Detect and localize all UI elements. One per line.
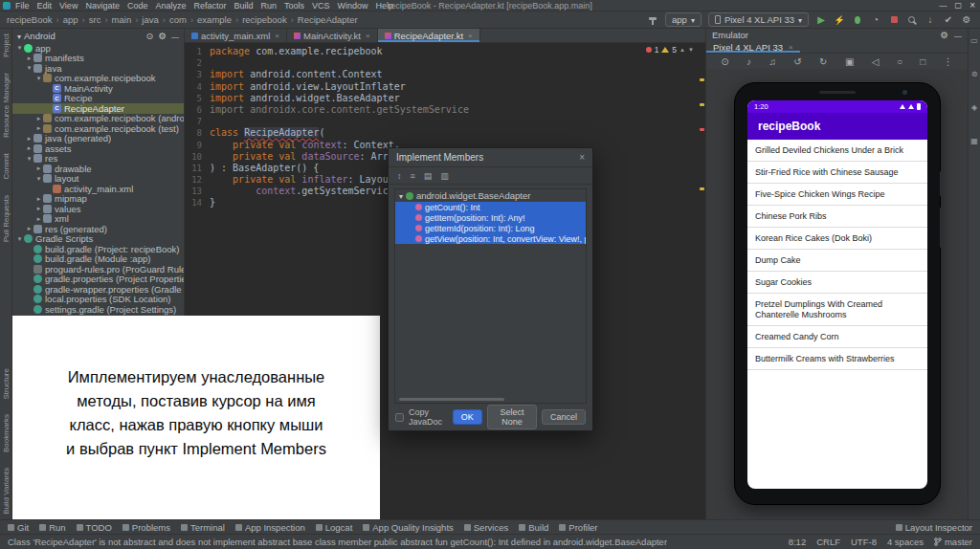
expander-icon[interactable]: ▾: [25, 155, 33, 163]
tree-item[interactable]: ▾app: [12, 43, 184, 54]
copy-javadoc-checkbox[interactable]: [395, 413, 404, 422]
profile-button[interactable]: [870, 14, 881, 26]
recipe-list-item[interactable]: Korean Rice Cakes (Dok Boki): [747, 228, 927, 250]
debug-button[interactable]: [852, 14, 863, 26]
tool-window-stripe-button[interactable]: Resource Manager: [2, 73, 11, 138]
warning-mark[interactable]: [700, 103, 704, 106]
tab-recipeadapter-kt[interactable]: RecipeAdapter.kt: [378, 29, 480, 42]
tree-item[interactable]: RecipeAdapter: [12, 103, 184, 114]
stop-button[interactable]: [888, 14, 900, 26]
tree-item[interactable]: ▾res: [12, 154, 184, 165]
recipe-list-item[interactable]: Pretzel Dumplings With Creamed Chanterel…: [747, 294, 927, 326]
expander-icon[interactable]: ▸: [25, 225, 33, 232]
rotate-left-icon[interactable]: [793, 56, 801, 67]
expander-icon[interactable]: ▸: [25, 144, 33, 152]
tree-item[interactable]: ▾layout: [12, 174, 184, 185]
close-button[interactable]: [969, 0, 975, 11]
code-line[interactable]: 5import android.widget.BaseAdapter: [185, 93, 705, 104]
more-options-icon[interactable]: [944, 56, 953, 67]
device-manager-icon[interactable]: [970, 36, 978, 45]
breadcrumb-item[interactable]: com: [159, 14, 187, 25]
recipe-list-item[interactable]: Dump Cake: [747, 250, 927, 272]
code-line[interactable]: 3import android.content.Context: [185, 69, 705, 80]
dialog-method-item[interactable]: getItemId(position: Int): Long: [395, 223, 586, 233]
code-line[interactable]: 8class RecipeAdapter(: [185, 127, 705, 139]
tree-item[interactable]: ▸mipmap: [12, 194, 184, 205]
tool-window-stripe-button[interactable]: Pull Requests: [2, 195, 11, 242]
emulator-icon[interactable]: [971, 70, 978, 78]
line-separator[interactable]: CRLF: [816, 537, 840, 547]
menu-item[interactable]: Navigate: [85, 1, 120, 11]
tree-item[interactable]: build.gradle (Module :app): [12, 254, 184, 265]
build-hammer-icon[interactable]: [647, 14, 658, 26]
tab-mainactivity-kt[interactable]: MainActivity.kt: [287, 29, 378, 42]
group-by-icon[interactable]: [424, 170, 433, 181]
menu-item[interactable]: Build: [234, 1, 253, 11]
expander-icon[interactable]: ▸: [34, 195, 43, 203]
tree-item[interactable]: gradle-wrapper.properties (Gradle Versio…: [12, 284, 184, 295]
layout-inspector-button[interactable]: Layout Inspector: [896, 522, 972, 533]
tree-item[interactable]: ▸com.example.recipebook (test): [12, 123, 184, 134]
tool-window-button[interactable]: TODO: [77, 522, 112, 533]
tree-item[interactable]: ▾com.example.recipebook: [12, 74, 184, 84]
close-tab-icon[interactable]: [366, 32, 370, 40]
menu-item[interactable]: File: [15, 1, 30, 11]
ok-button[interactable]: OK: [453, 409, 482, 425]
tool-window-button[interactable]: Run: [39, 522, 65, 533]
project-view-mode-select[interactable]: Android: [24, 31, 56, 41]
run-config-select[interactable]: app: [665, 12, 702, 27]
gear-ic[interactable]: [940, 30, 948, 40]
prev-issue-icon[interactable]: ▲: [679, 47, 685, 53]
expander-icon[interactable]: ▾: [25, 64, 33, 72]
breadcrumb-item[interactable]: RecipeAdapter: [287, 14, 358, 25]
expander-icon[interactable]: ▸: [34, 115, 43, 122]
dialog-method-item[interactable]: getItem(position: Int): Any!: [395, 212, 586, 223]
tree-item[interactable]: ▾java: [12, 63, 184, 74]
tree-item[interactable]: ▸java (generated): [12, 134, 184, 144]
select-none-button[interactable]: Select None: [487, 405, 537, 429]
tool-window-stripe-button[interactable]: Project: [2, 33, 11, 57]
recipe-list-item[interactable]: Creamed Candy Corn: [747, 326, 927, 348]
tree-item[interactable]: ▸drawable: [12, 164, 184, 174]
run-button[interactable]: [815, 14, 827, 26]
tool-window-button[interactable]: Terminal: [181, 522, 225, 533]
tree-item[interactable]: settings.gradle (Project Settings): [12, 304, 184, 315]
tool-window-button[interactable]: Logcat: [316, 522, 353, 533]
gradle-icon[interactable]: [971, 103, 977, 112]
expander-icon[interactable]: ▸: [34, 165, 43, 172]
code-line[interactable]: 7: [185, 116, 705, 127]
recipe-list-item[interactable]: Stir-Fried Rice with Chinese Sausage: [747, 162, 927, 184]
menu-item[interactable]: Tools: [284, 1, 304, 11]
close-tab-icon[interactable]: [468, 32, 473, 40]
code-line[interactable]: 2: [185, 57, 705, 69]
locate-file-icon[interactable]: [146, 31, 154, 41]
menu-item[interactable]: Edit: [37, 1, 53, 11]
tree-item[interactable]: ▸manifests: [12, 54, 184, 64]
git-commit-button[interactable]: [943, 14, 954, 26]
tool-window-button[interactable]: Services: [464, 522, 508, 533]
git-update-button[interactable]: [924, 14, 936, 26]
breadcrumb-item[interactable]: example: [187, 14, 232, 25]
tree-item[interactable]: ▸com.example.recipebook (androidTest): [12, 114, 184, 124]
dialog-title-bar[interactable]: Implement Members: [389, 148, 592, 167]
indent-setting[interactable]: 4 spaces: [887, 537, 924, 547]
apply-changes-button[interactable]: [834, 14, 845, 26]
breadcrumb-item[interactable]: src: [78, 14, 101, 25]
menu-item[interactable]: Window: [338, 1, 368, 11]
breadcrumb-item[interactable]: main: [100, 14, 131, 25]
recipe-list-item[interactable]: Sugar Cookies: [747, 272, 927, 294]
volume-down-icon[interactable]: [746, 56, 751, 67]
tree-item[interactable]: ▸res (generated): [12, 224, 184, 234]
overview-icon[interactable]: [920, 56, 925, 67]
git-branch-widget[interactable]: master: [934, 537, 972, 547]
error-mark[interactable]: [700, 128, 704, 131]
expander-icon[interactable]: ▾: [34, 75, 43, 82]
breadcrumb-item[interactable]: recipebook: [232, 14, 287, 25]
tree-item[interactable]: build.gradle (Project: recipeBook): [12, 244, 184, 254]
file-encoding[interactable]: UTF-8: [851, 537, 877, 547]
code-line[interactable]: 4import android.view.LayoutInflater: [185, 81, 705, 93]
tab-activity-main-xml[interactable]: activity_main.xml: [185, 29, 287, 42]
menu-item[interactable]: Run: [261, 1, 278, 11]
warning-mark[interactable]: [700, 187, 704, 190]
volume-up-icon[interactable]: [768, 56, 776, 67]
